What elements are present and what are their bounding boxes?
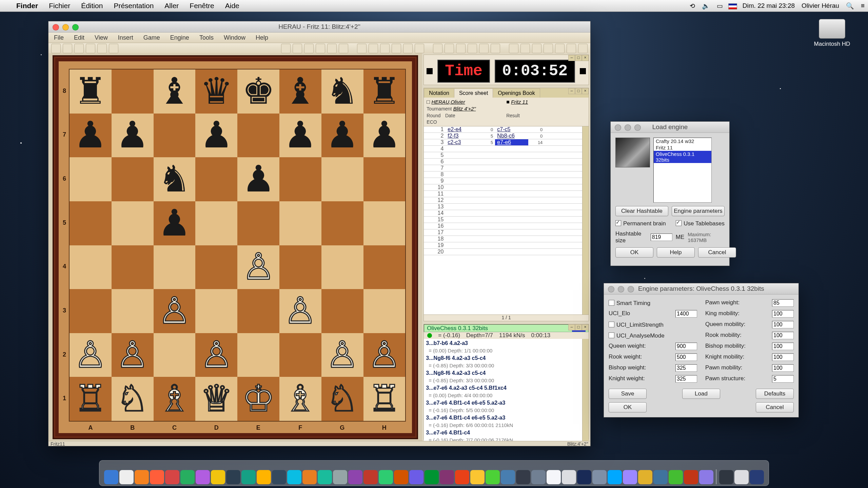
dock-app-icon[interactable] [684, 470, 698, 484]
bb-piece[interactable]: ♝ [284, 73, 317, 110]
wp-piece[interactable]: ♙ [368, 337, 401, 373]
moves-list[interactable]: 1e2-e40c7-c502f2-f35Nb8-c603c2-c35e7-e61… [424, 126, 582, 314]
dock-app-icon[interactable] [750, 470, 764, 484]
tb-icon[interactable] [97, 44, 107, 53]
dock-app-icon[interactable] [486, 470, 500, 484]
square[interactable] [195, 157, 237, 201]
knight-weight-input[interactable] [675, 375, 697, 383]
dialog-titlebar[interactable]: Engine parameters: OliveChess 0.3.1 32bi… [604, 283, 798, 294]
macintosh-hd-icon[interactable]: Macintosh HD [812, 19, 852, 47]
tb-icon[interactable] [109, 44, 118, 53]
dock-app-icon[interactable] [135, 470, 149, 484]
square[interactable]: ♝ [279, 69, 321, 114]
dock-app-icon[interactable] [180, 470, 195, 484]
help-button[interactable]: Help [657, 247, 695, 258]
square[interactable] [154, 114, 196, 158]
knight-mobility-input[interactable] [772, 353, 794, 361]
square[interactable] [112, 201, 154, 245]
dock-app-icon[interactable] [394, 470, 408, 484]
bn-piece[interactable]: ♞ [158, 161, 191, 198]
bp-piece[interactable]: ♟ [158, 205, 191, 242]
square[interactable]: ♖ [363, 377, 406, 421]
square[interactable]: ♟ [363, 114, 406, 158]
dock-app-icon[interactable] [547, 470, 561, 484]
square[interactable] [237, 289, 279, 333]
square[interactable] [70, 201, 112, 245]
square[interactable] [279, 245, 321, 289]
menu-file[interactable]: File [54, 34, 64, 41]
move-row[interactable]: 10 [424, 184, 582, 191]
dock-app-icon[interactable] [119, 470, 134, 484]
tb-icon[interactable] [51, 44, 61, 53]
tb-icon[interactable] [86, 44, 95, 53]
engine-list-item[interactable]: OliveChess 0.3.1 32bits [654, 151, 711, 163]
scrollbar[interactable] [582, 126, 589, 314]
menu-aide[interactable]: Aide [220, 2, 245, 10]
menu-presentation[interactable]: Présentation [108, 2, 159, 10]
wp-piece[interactable]: ♙ [200, 337, 233, 373]
queen-mobility-input[interactable] [772, 321, 794, 328]
dock-app-icon[interactable] [379, 470, 393, 484]
dock-app-icon[interactable] [440, 470, 454, 484]
tb-icon[interactable] [304, 44, 314, 53]
square[interactable] [195, 201, 237, 245]
square[interactable] [112, 245, 154, 289]
dock-app-icon[interactable] [653, 470, 668, 484]
clear-hashtable-button[interactable]: Clear Hashtable [615, 206, 668, 216]
tb-icon[interactable] [509, 44, 518, 53]
engine-parameters-button[interactable]: Engine parameters [672, 206, 725, 216]
square[interactable] [112, 69, 154, 114]
square[interactable] [321, 289, 363, 333]
dialog-titlebar[interactable]: Load engine [611, 122, 729, 133]
dock-app-icon[interactable] [425, 470, 439, 484]
save-button[interactable]: Save [609, 389, 647, 399]
bp-piece[interactable]: ♟ [74, 117, 107, 154]
bk-piece[interactable]: ♚ [242, 73, 275, 110]
menu-fichier[interactable]: Fichier [43, 2, 76, 10]
move-row[interactable]: 5 [424, 152, 582, 159]
move-row[interactable]: 13 [424, 204, 582, 210]
square[interactable]: ♙ [154, 289, 196, 333]
panel-close-icon[interactable]: × [582, 324, 589, 330]
uci-elo-input[interactable] [675, 310, 697, 318]
panel-max-icon[interactable]: □ [575, 55, 582, 61]
move-row[interactable]: 15 [424, 217, 582, 223]
dock-app-icon[interactable] [669, 470, 683, 484]
square[interactable] [195, 289, 237, 333]
dock-app-icon[interactable] [363, 470, 378, 484]
tb-icon[interactable] [479, 44, 489, 53]
square[interactable] [363, 245, 406, 289]
dock-app-icon[interactable] [287, 470, 301, 484]
menu-help[interactable]: Help [256, 34, 268, 41]
bp-piece[interactable]: ♟ [200, 117, 233, 154]
square[interactable]: ♙ [279, 289, 321, 333]
square[interactable]: ♞ [321, 69, 363, 114]
notifications-icon[interactable]: ≡ [857, 2, 868, 9]
dock-app-icon[interactable] [272, 470, 286, 484]
panel-min-icon[interactable]: – [568, 88, 575, 94]
tb-icon[interactable] [445, 44, 454, 53]
minimize-button[interactable] [62, 24, 69, 30]
square[interactable] [279, 157, 321, 201]
move-row[interactable]: 4 [424, 146, 582, 152]
square[interactable]: ♗ [154, 377, 196, 421]
square[interactable]: ♝ [154, 69, 196, 114]
tb-icon[interactable] [415, 44, 424, 53]
move-row[interactable]: 3c2-c35e7-e614 [424, 139, 582, 146]
panel-close-icon[interactable]: × [582, 55, 589, 61]
wb-piece[interactable]: ♗ [158, 381, 191, 417]
menu-edit[interactable]: Edit [74, 34, 84, 41]
move-row[interactable]: 1e2-e40c7-c50 [424, 126, 582, 133]
engine-list-item[interactable]: Fritz 11 [654, 144, 711, 151]
menu-window[interactable]: Window [224, 34, 245, 41]
dock-app-icon[interactable] [104, 470, 118, 484]
tb-icon[interactable] [567, 44, 576, 53]
load-button[interactable]: Load [682, 389, 720, 399]
wr-piece[interactable]: ♖ [74, 381, 107, 417]
move-row[interactable]: 6 [424, 159, 582, 165]
panel-close-icon[interactable]: × [582, 88, 589, 94]
tb-icon[interactable] [532, 44, 541, 53]
move-row[interactable]: 18 [424, 236, 582, 242]
move-row[interactable]: 14 [424, 210, 582, 217]
tb-icon[interactable] [316, 44, 325, 53]
